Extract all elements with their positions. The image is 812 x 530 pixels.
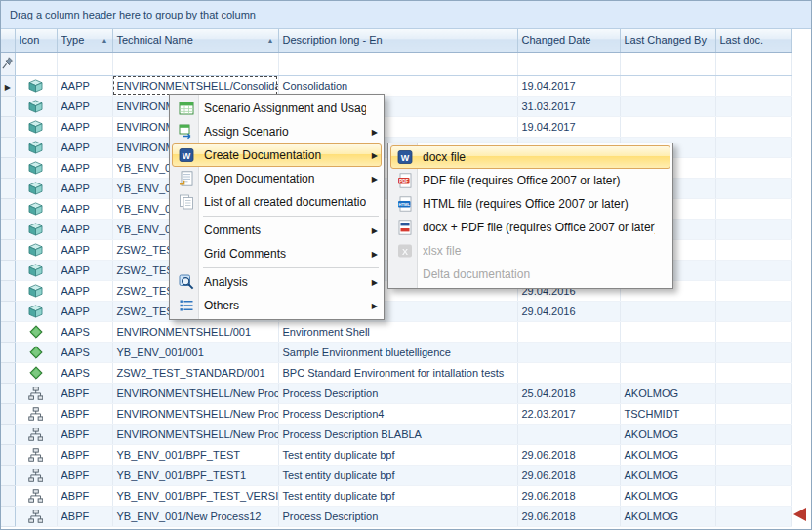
cell-type[interactable]: AAPP (57, 198, 112, 219)
table-row[interactable]: ABPFYB_ENV_001/BPF_TEST_VERSIONTest enti… (1, 485, 791, 506)
cell-last-changed-by[interactable] (620, 96, 715, 116)
cell-changed-date[interactable]: 29.06.2018 (517, 465, 620, 485)
table-row[interactable]: ABPFYB_ENV_001/BPF_TEST1Test entity dupl… (1, 465, 791, 485)
cell-last-doc[interactable] (715, 137, 791, 157)
cell-last-doc[interactable] (715, 424, 791, 444)
cell-description[interactable]: Test entity duplicate bpf (278, 485, 517, 506)
table-row[interactable]: AAPSENVIRONMENTSHELL/001Environment Shel… (1, 321, 791, 342)
cell-last-doc[interactable] (715, 157, 791, 178)
column-header-description-long-en[interactable]: Description long - En (278, 29, 517, 52)
cell-description[interactable]: Sample Environment bluetelligence (278, 342, 517, 362)
menu-item-comments[interactable]: Comments▶ (172, 219, 382, 242)
cell-last-changed-by[interactable]: AKOLMOG (620, 506, 715, 526)
cell-type[interactable]: AAPP (57, 116, 112, 137)
cell-changed-date[interactable] (517, 342, 620, 362)
menu-item-scenario-assignment-and-usage[interactable]: Scenario Assignment and Usage (172, 97, 382, 120)
cell-type[interactable]: ABPF (57, 444, 112, 465)
menu-item-assign-scenario[interactable]: Assign Scenario▶ (172, 120, 382, 143)
column-header-icon[interactable]: Icon (15, 29, 57, 52)
cell-changed-date[interactable] (517, 424, 620, 444)
table-row[interactable]: ABPFENVIRONMENTSHELL/New Proc...Process … (1, 424, 791, 444)
cell-last-changed-by[interactable]: AKOLMOG (620, 383, 715, 403)
cell-technical-name[interactable]: ENVIRONMENTSHELL/New Proc... (112, 383, 278, 403)
filter-cell-last-changed-by[interactable] (620, 52, 715, 75)
cell-technical-name[interactable]: ZSW2_TEST_STANDARD/001 (112, 362, 278, 383)
table-row[interactable]: ABPFENVIRONMENTSHELL/New Proc...Process … (1, 403, 791, 424)
cell-type[interactable]: AAPP (57, 219, 112, 239)
cell-last-changed-by[interactable]: AKOLMOG (620, 444, 715, 465)
cell-last-doc[interactable] (715, 485, 791, 506)
cell-type[interactable]: AAPP (57, 280, 112, 301)
cell-description[interactable]: Process Description4 (278, 403, 517, 424)
cell-last-changed-by[interactable] (620, 362, 715, 383)
cell-changed-date[interactable]: 22.03.2017 (517, 403, 620, 424)
cell-description[interactable]: Test entity duplicate bpf (278, 444, 517, 465)
menu-item-open-documentation[interactable]: Open Documentation▶ (172, 167, 382, 190)
cell-description[interactable]: Process Description (278, 506, 517, 526)
filter-cell-description-long-en[interactable] (278, 52, 517, 75)
cell-description[interactable]: Test entity duplicate bpf (278, 465, 517, 485)
filter-cell-technical-name[interactable] (112, 52, 278, 75)
filter-cell-last-doc[interactable] (715, 52, 791, 75)
cell-last-changed-by[interactable]: AKOLMOG (620, 424, 715, 444)
cell-technical-name[interactable]: YB_ENV_001/BPF_TEST (112, 444, 278, 465)
cell-technical-name[interactable]: YB_ENV_001/BPF_TEST_VERSION (112, 485, 278, 506)
cell-last-doc[interactable] (715, 260, 791, 280)
cell-type[interactable]: AAPP (57, 301, 112, 321)
column-header-changed-date[interactable]: Changed Date (517, 29, 620, 52)
cell-last-doc[interactable] (715, 178, 791, 198)
table-row[interactable]: AAPPENVIRONM31.03.2017 (1, 96, 791, 116)
cell-last-changed-by[interactable] (620, 75, 715, 96)
menu-item-create-documentation[interactable]: WCreate Documentation▶ (172, 143, 382, 167)
cell-changed-date[interactable]: 29.04.2016 (517, 301, 620, 321)
cell-technical-name[interactable]: ENVIRONMENTSHELL/New Proc... (112, 424, 278, 444)
cell-description[interactable]: Environment Shell (278, 321, 517, 342)
cell-technical-name[interactable]: YB_ENV_001/001 (112, 342, 278, 362)
cell-last-doc[interactable] (715, 75, 791, 96)
cell-last-doc[interactable] (715, 301, 791, 321)
cell-type[interactable]: AAPS (57, 362, 112, 383)
menu-item-analysis[interactable]: Analysis▶ (172, 270, 382, 294)
cell-last-doc[interactable] (715, 198, 791, 219)
cell-type[interactable]: AAPP (57, 260, 112, 280)
cell-description[interactable]: Process Description BLABLA (278, 424, 517, 444)
cell-changed-date[interactable]: 19.04.2017 (517, 116, 620, 137)
cell-last-changed-by[interactable] (620, 342, 715, 362)
cell-type[interactable]: AAPP (57, 239, 112, 260)
cell-technical-name[interactable]: YB_ENV_001/BPF_TEST1 (112, 465, 278, 485)
column-header-last-doc[interactable]: Last doc. (715, 29, 791, 52)
cell-type[interactable]: AAPP (57, 137, 112, 157)
cell-technical-name[interactable]: ENVIRONMENTSHELL/001 (112, 321, 278, 342)
table-row[interactable]: ABPFYB_ENV_001/New Process12Process Desc… (1, 506, 791, 526)
cell-last-changed-by[interactable] (620, 321, 715, 342)
cell-last-doc[interactable] (715, 321, 791, 342)
table-row[interactable]: AAPPENVIRONM19.04.2017 (1, 116, 791, 137)
cell-type[interactable]: ABPF (57, 506, 112, 526)
cell-changed-date[interactable]: 29.06.2018 (517, 506, 620, 526)
cell-technical-name[interactable]: YB_ENV_001/New Process12 (112, 506, 278, 526)
menu-item-html-file-requires-office-2007-or-later[interactable]: HTMLHTML file (requires Office 2007 or l… (390, 192, 670, 216)
cell-technical-name[interactable]: ENVIRONMENTSHELL/Consolidati (112, 75, 278, 96)
cell-type[interactable]: ABPF (57, 465, 112, 485)
group-by-panel[interactable]: Drag a column header here to group by th… (1, 1, 811, 29)
filter-cell-type[interactable] (57, 52, 112, 75)
cell-last-doc[interactable] (715, 116, 791, 137)
cell-type[interactable]: AAPP (57, 75, 112, 96)
cell-type[interactable]: ABPF (57, 485, 112, 506)
filter-cell-changed-date[interactable] (517, 52, 620, 75)
cell-last-changed-by[interactable]: AKOLMOG (620, 485, 715, 506)
table-row[interactable]: ▶AAPPENVIRONMENTSHELL/ConsolidatiConsoli… (1, 75, 791, 96)
cell-type[interactable]: ABPF (57, 424, 112, 444)
menu-item-docx-pdf-file-requires-office-2007-or-later[interactable]: docx + PDF file (requires Office 2007 or… (390, 216, 670, 239)
cell-last-changed-by[interactable] (620, 301, 715, 321)
menu-item-list-of-all-created-documentations[interactable]: List of all created documentations (172, 190, 382, 214)
cell-type[interactable]: ABPF (57, 403, 112, 424)
column-header-last-changed-by[interactable]: Last Changed By (620, 29, 715, 52)
table-row[interactable]: AAPSYB_ENV_001/001Sample Environment blu… (1, 342, 791, 362)
cell-last-doc[interactable] (715, 362, 791, 383)
cell-type[interactable]: AAPP (57, 157, 112, 178)
cell-description[interactable]: Consolidation (278, 75, 517, 96)
cell-type[interactable]: AAPP (57, 96, 112, 116)
cell-changed-date[interactable] (517, 321, 620, 342)
table-row[interactable]: ABPFENVIRONMENTSHELL/New Proc...Process … (1, 383, 791, 403)
